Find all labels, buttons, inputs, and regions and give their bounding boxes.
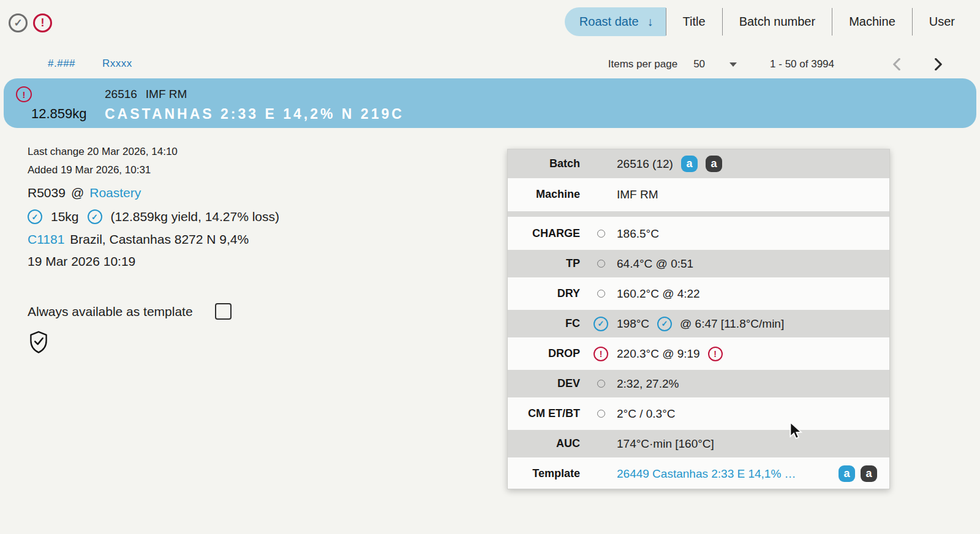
items-per-page-caret-icon[interactable] xyxy=(729,62,737,67)
panel-row-label: TP xyxy=(508,257,580,270)
at-separator: @ xyxy=(71,186,84,200)
sort-option-user[interactable]: User xyxy=(913,7,971,36)
roast-row-title: CASTANHAS 2:33 E 14,2% N 219C xyxy=(105,106,404,122)
panel-row-template: Template26449 Castanhas 2:33 E 14,1% …aa xyxy=(508,459,889,489)
check-circle-icon: ✓ xyxy=(657,317,672,331)
artisan-dark-icon[interactable]: a xyxy=(861,465,877,482)
panel-row-label: DROP xyxy=(508,347,580,360)
panel-row-cm-et-bt: CM ET/BT2°C / 0.3°C xyxy=(508,399,889,429)
page-range-label: 1 - 50 of 3994 xyxy=(770,58,834,70)
check-circle-icon: ✓ xyxy=(28,209,42,224)
panel-row-tp: TP64.4°C @ 0:51 xyxy=(508,249,889,279)
paginator: Items per page 50 1 - 50 of 3994 xyxy=(608,54,980,75)
panel-row-auc: AUC174°C·min [160°C] xyxy=(508,429,889,459)
roast-datetime: 19 Mar 2026 10:19 xyxy=(28,254,475,269)
lead-icon-slot xyxy=(593,260,609,268)
panel-row-drop: DROP!220.3°C @ 9:19! xyxy=(508,339,889,369)
roast-row-batch-number: 26516 xyxy=(105,88,137,101)
artisan-blue-icon[interactable]: a xyxy=(839,465,855,482)
template-checkbox-label: Always available as template xyxy=(28,304,193,319)
trailing-icons: aa xyxy=(839,465,877,482)
check-circle-icon: ✓ xyxy=(88,209,102,224)
panel-row-value: 160.2°C @ 4:22 xyxy=(617,287,700,301)
sort-option-machine[interactable]: Machine xyxy=(832,7,912,36)
lead-icon-slot xyxy=(593,410,609,418)
artisan-dark-icon[interactable]: a xyxy=(706,156,722,172)
chevron-right-icon xyxy=(933,58,943,70)
circle-icon xyxy=(597,410,605,418)
sort-direction-down-icon: ↓ xyxy=(647,15,654,29)
alert-circle-icon: ! xyxy=(16,86,32,102)
template-link[interactable]: 26449 Castanhas 2:33 E 14,1% … xyxy=(617,467,796,481)
added-label: Added 19 Mar 2026, 10:31 xyxy=(28,161,475,179)
chevron-left-icon xyxy=(892,58,902,70)
panel-row-value: 198°C xyxy=(617,317,649,331)
sort-option-title[interactable]: Title xyxy=(666,7,722,36)
panel-row-label: CM ET/BT xyxy=(508,407,580,420)
lead-icon-slot: ✓ xyxy=(593,317,609,331)
sort-option-label: Roast date xyxy=(579,15,639,29)
roast-number: R5039 xyxy=(28,186,66,200)
panel-row-label: Batch xyxy=(508,157,580,170)
roast-id-link[interactable]: Rxxxx xyxy=(102,58,132,70)
yield-loss: (12.859kg yield, 14.27% loss) xyxy=(111,209,280,224)
panel-row-charge: CHARGE186.5°C xyxy=(508,219,889,249)
panel-row-value: 26516 (12) xyxy=(617,157,673,171)
status-filter-icons: ✓ ! xyxy=(9,13,52,32)
sort-option-batch-number[interactable]: Batch number xyxy=(723,7,832,36)
panel-row-batch: Batch26516 (12)aa xyxy=(508,149,889,179)
template-checkbox[interactable] xyxy=(215,303,232,320)
alert-filter-icon[interactable]: ! xyxy=(33,13,52,32)
artisan-blue-icon[interactable]: a xyxy=(681,156,698,172)
lead-icon-slot xyxy=(593,380,609,388)
panel-row-value: 64.4°C @ 0:51 xyxy=(617,257,693,271)
panel-row-dev: DEV2:32, 27.2% xyxy=(508,369,889,399)
lead-icon-slot xyxy=(593,290,609,298)
next-page-button[interactable] xyxy=(926,54,951,75)
panel-row-value: 186.5°C xyxy=(617,227,659,241)
coffee-id-link[interactable]: C1181 xyxy=(28,232,64,247)
alert-circle-icon: ! xyxy=(708,347,723,361)
panel-row-label: Template xyxy=(508,467,580,480)
sort-toolbar: Roast date ↓ Title Batch number Machine … xyxy=(565,7,980,36)
circle-icon xyxy=(597,230,605,238)
lead-icon-slot: ! xyxy=(593,347,609,361)
alert-circle-icon: ! xyxy=(594,347,608,361)
roast-row-weight: 12.859kg xyxy=(31,106,87,122)
coffee-description: Brazil, Castanhas 8272 N 9,4% xyxy=(70,232,249,247)
number-format-link[interactable]: #.### xyxy=(48,58,75,70)
panel-row-label: AUC xyxy=(508,437,580,450)
list-display-links: #.### Rxxxx xyxy=(48,58,132,70)
roast-row-machine: IMF RM xyxy=(146,88,187,101)
panel-row-fc: FC✓198°C✓@ 6:47 [11.8°C/min] xyxy=(508,309,889,339)
event-panel: Batch26516 (12)aaMachineIMF RMCHARGE186.… xyxy=(507,149,890,489)
previous-page-button[interactable] xyxy=(884,54,909,75)
roast-row-subtitle: 26516 IMF RM xyxy=(105,88,187,101)
ok-filter-icon[interactable]: ✓ xyxy=(9,13,28,32)
sort-option-roast-date[interactable]: Roast date ↓ xyxy=(565,7,666,36)
roast-details: Last change 20 Mar 2026, 14:10 Added 19 … xyxy=(28,143,475,357)
check-circle-icon: ✓ xyxy=(594,317,608,331)
lead-icon-slot xyxy=(593,230,609,238)
items-per-page-value[interactable]: 50 xyxy=(693,58,705,70)
panel-row-value: IMF RM xyxy=(617,188,658,201)
panel-row-label: FC xyxy=(508,317,580,330)
last-change-label: Last change 20 Mar 2026, 14:10 xyxy=(28,143,475,161)
shield-check-icon xyxy=(28,330,50,355)
panel-row-value: 220.3°C @ 9:19 xyxy=(617,347,700,361)
batch-size: 15kg xyxy=(51,209,79,224)
circle-icon xyxy=(597,290,605,298)
roastery-link[interactable]: Roastery xyxy=(89,186,141,200)
circle-icon xyxy=(597,380,605,388)
panel-row-label: CHARGE xyxy=(508,227,580,240)
panel-separator xyxy=(508,209,889,219)
panel-row-dry: DRY160.2°C @ 4:22 xyxy=(508,279,889,309)
circle-icon xyxy=(597,260,605,268)
panel-row-value: 2°C / 0.3°C xyxy=(617,407,675,421)
selected-roast-row[interactable]: ! 26516 IMF RM 12.859kg CASTANHAS 2:33 E… xyxy=(4,78,976,128)
panel-row-label: DEV xyxy=(508,377,580,390)
panel-row-machine: MachineIMF RM xyxy=(508,179,889,209)
panel-row-label: Machine xyxy=(508,188,580,201)
items-per-page-label: Items per page xyxy=(608,58,677,70)
panel-row-label: DRY xyxy=(508,287,580,300)
